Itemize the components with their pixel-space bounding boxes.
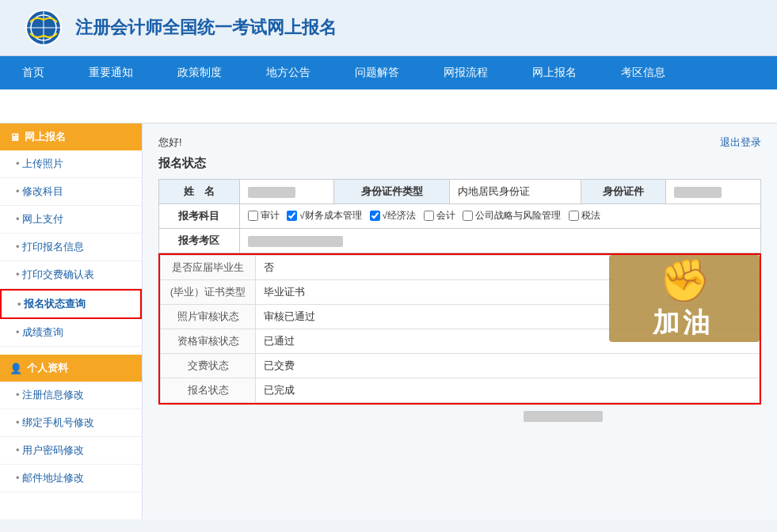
info-row-5: 报名状态已完成 (161, 378, 760, 403)
sidebar-item-password[interactable]: 用户密码修改 (0, 437, 142, 465)
sidebar-section-online: 🖥 网上报名 (0, 124, 142, 150)
col-id-no: 身份证件 (581, 180, 666, 204)
sidebar: 🖥 网上报名 上传照片 修改科目 网上支付 打印报名信息 打印交费确认表 报名状… (0, 124, 143, 519)
cb-accounting[interactable] (424, 211, 434, 221)
sidebar-item-score[interactable]: 成绩查询 (0, 319, 142, 347)
sidebar-item-phone[interactable]: 绑定手机号修改 (0, 409, 142, 437)
cb-finance[interactable] (287, 211, 297, 221)
fist-icon: ✊ (659, 256, 710, 305)
info-label: 交费状态 (161, 354, 256, 378)
main-layout: 🖥 网上报名 上传照片 修改科目 网上支付 打印报名信息 打印交费确认表 报名状… (0, 124, 777, 519)
search-bar (0, 89, 777, 124)
info-value: 已完成 (256, 378, 760, 403)
sidebar-item-status-query[interactable]: 报名状态查询 (0, 289, 142, 319)
logout-link[interactable]: 退出登录 (720, 135, 761, 150)
sidebar-section-personal: 👤 个人资料 (0, 355, 142, 382)
col-exam-area: 报考考区 (159, 229, 240, 253)
site-title: 注册会计师全国统一考试网上报名 (75, 16, 337, 40)
cb-audit[interactable] (248, 211, 258, 221)
nav-policy[interactable]: 政策制度 (155, 56, 244, 89)
info-label: 报名状态 (161, 378, 256, 403)
info-label: 是否应届毕业生 (161, 256, 256, 280)
info-value: 已交费 (256, 354, 760, 378)
sidebar-item-pay[interactable]: 网上支付 (0, 206, 142, 234)
id-no-value (666, 180, 761, 204)
cb-economy[interactable] (370, 211, 380, 221)
nav-register[interactable]: 网上报名 (510, 56, 599, 89)
ca-overlay: ✊ 加油 (609, 255, 760, 342)
person-icon: 👤 (10, 363, 22, 374)
info-label: 照片审核状态 (161, 305, 256, 329)
section-title: 报名状态 (158, 156, 761, 171)
nav-process[interactable]: 网报流程 (421, 56, 510, 89)
nav-notice[interactable]: 重要通知 (67, 56, 155, 89)
sidebar-item-print-info[interactable]: 打印报名信息 (0, 234, 142, 261)
exam-area-value (239, 229, 760, 253)
nav-exam-area[interactable]: 考区信息 (599, 56, 687, 89)
content-area: 退出登录 您好! 报名状态 姓 名 身份证件类型 内地居民身份证 身份证件 报考… (143, 124, 777, 519)
cb-strategy[interactable] (463, 211, 473, 221)
name-value (239, 180, 334, 204)
sidebar-item-register-info[interactable]: 注册信息修改 (0, 382, 142, 409)
id-type-value: 内地居民身份证 (450, 180, 581, 204)
nav-faq[interactable]: 问题解答 (333, 56, 421, 89)
logo (24, 8, 63, 48)
info-row-4: 交费状态已交费 (161, 354, 760, 378)
greeting: 您好! (158, 136, 182, 148)
sidebar-item-print-confirm[interactable]: 打印交费确认表 (0, 261, 142, 289)
sidebar-item-modify-subject[interactable]: 修改科目 (0, 178, 142, 206)
main-nav: 首页 重要通知 政策制度 地方公告 问题解答 网报流程 网上报名 考区信息 (0, 56, 777, 89)
subjects-value: 审计 √财务成本管理 √经济法 会计 公司战略与风险管理 税法 (239, 204, 760, 229)
col-name: 姓 名 (159, 180, 240, 204)
nav-home[interactable]: 首页 (0, 56, 67, 89)
col-subjects: 报考科目 (159, 204, 240, 229)
nav-local[interactable]: 地方公告 (244, 56, 333, 89)
header: 注册会计师全国统一考试网上报名 (0, 0, 777, 56)
info-label: 资格审核状态 (161, 329, 256, 354)
status-table: 姓 名 身份证件类型 内地居民身份证 身份证件 报考科目 审计 √财务成本管理 … (158, 179, 761, 253)
info-box: 是否应届毕业生否(毕业）证书类型毕业证书照片审核状态审核已通过资格审核状态已通过… (158, 253, 761, 405)
sidebar-item-email[interactable]: 邮件地址修改 (0, 465, 142, 492)
info-label: (毕业）证书类型 (161, 280, 256, 305)
cb-tax[interactable] (569, 211, 579, 221)
ca-label: 加油 (653, 305, 716, 341)
col-id-type: 身份证件类型 (334, 180, 450, 204)
monitor-icon: 🖥 (10, 131, 20, 143)
sidebar-item-upload-photo[interactable]: 上传照片 (0, 150, 142, 178)
